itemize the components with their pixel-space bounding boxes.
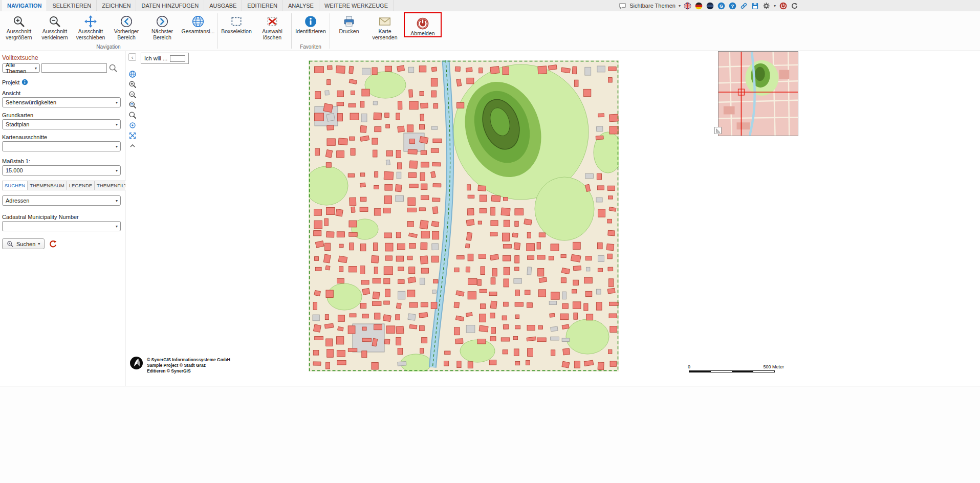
button-label: Vorheriger [114,28,139,34]
settings-chevron-down-icon[interactable]: ▾ [774,4,776,8]
button-label: Bereich [117,34,136,40]
search-submit-row: Suchen ▾ [2,238,125,249]
logout-highlight-box: Abmelden [404,12,442,37]
search-field-select[interactable]: ▾ [2,221,121,231]
field-label-massstab: Maßstab 1: [2,158,125,164]
menu-tab-ausgabe[interactable]: AUSGABE [204,0,242,11]
send-map-button[interactable]: Karte versenden [367,11,403,40]
menu-tab-editieren[interactable]: EDITIEREN [242,0,283,11]
toolbar-group-navigation: Ausschnitt vergrößern Ausschnitt verklei… [1,11,216,51]
zoom-in-icon[interactable] [128,80,137,89]
link-icon[interactable] [740,2,748,10]
zoom-last-icon[interactable] [128,111,137,120]
fulltext-search-input[interactable] [41,63,107,73]
zoom-box-icon[interactable] [128,100,137,109]
reset-search-icon[interactable] [49,239,58,249]
scalebar-bar [689,370,775,372]
tab-themenbaum[interactable]: THEMENBAUM [28,181,67,190]
full-extent-globe-icon[interactable] [128,70,137,79]
button-label: Drucken [339,28,359,34]
i-want-to-label: Ich will ... [144,55,167,61]
collapse-up-icon[interactable] [128,141,137,150]
help-icon[interactable]: ? [729,2,737,10]
logout-power-icon[interactable] [779,2,787,10]
box-selection-button[interactable]: Boxselektion [219,11,254,34]
svg-text:G: G [720,3,724,8]
overview-resize-handle[interactable] [714,127,722,134]
button-label: Ausschnitt [7,28,31,34]
box-selection-icon [230,14,244,28]
search-submit-button[interactable]: Suchen ▾ [2,238,45,249]
chevron-down-icon: ▾ [116,100,118,105]
center-point-icon[interactable] [128,121,137,130]
menu-tab-weitere-werkzeuge[interactable]: WEITERE WERKZEUGE [319,0,394,11]
button-label: vergrößern [6,34,32,40]
settings-gear-icon[interactable] [763,2,771,10]
scalebar-zero-label: 0 [688,364,690,369]
toolbar-separator [217,13,217,49]
fulltext-search-label[interactable]: Volltextsuche [2,54,125,61]
grundkarten-select[interactable]: Stadtplan ▾ [2,119,121,129]
map-viewport[interactable]: ‹ [125,51,980,386]
search-category-value: Adressen [6,197,29,204]
previous-extent-button[interactable]: Vorheriger Bereich [108,11,144,40]
globe-g-icon[interactable]: G [717,2,726,10]
search-icon[interactable] [108,63,118,73]
massstab-select[interactable]: 15.000 ▾ [2,165,121,175]
ansicht-select[interactable]: Sehenswürdigkeiten ▾ [2,97,121,107]
info-icon[interactable] [21,79,28,85]
fulltext-scope-select[interactable]: Alle Themen ▾ [2,63,40,73]
next-extent-button[interactable]: Nächster Bereich [144,11,180,40]
scalebar-segment [732,371,753,372]
save-icon[interactable] [751,2,759,10]
project-row: Projekt [2,79,125,85]
german-flag-icon[interactable] [695,2,703,10]
zoom-out-icon[interactable] [128,90,137,99]
i-want-to-box[interactable]: Ich will ... [141,53,189,64]
group-label-navigation: Navigation [1,44,216,50]
sidebar-collapse-button[interactable]: ‹ [128,53,136,61]
expand-arrows-icon[interactable] [128,131,137,140]
menu-tab-navigation[interactable]: NAVIGATION [2,0,47,11]
zoom-in-button[interactable]: Ausschnitt vergrößern [1,11,37,40]
menu-tab-analyse[interactable]: ANALYSE [283,0,319,11]
field-label-grundkarten: Grundkarten [2,112,125,118]
menu-tab-selektieren[interactable]: SELEKTIEREN [47,0,97,11]
history-refresh-icon[interactable] [790,2,798,10]
button-label: Nächster [151,28,173,34]
kartenausschnitte-select[interactable]: ▾ [2,141,121,151]
next-extent-icon [156,14,169,28]
logout-button[interactable]: Abmelden [405,13,441,36]
clear-selection-button[interactable]: Auswahl löschen [254,11,290,40]
print-button[interactable]: Drucken [331,11,367,34]
chevron-down-icon: ▾ [116,168,118,173]
tab-suchen[interactable]: SUCHEN [2,181,28,190]
field-label-ansicht: Ansicht [2,90,125,96]
identify-button[interactable]: Identifizieren [293,11,329,34]
menu-tab-zeichnen[interactable]: ZEICHNEN [97,0,136,11]
toolbar-group-output: Drucken Karte versenden [331,11,443,51]
content-row: Volltextsuche Alle Themen ▾ Projekt [0,51,980,386]
comment-bubble-icon[interactable] [618,2,626,10]
toolbar: Ausschnitt vergrößern Ausschnitt verklei… [0,11,980,51]
chevron-down-icon: ▾ [35,66,37,71]
corner-triangle-icon [715,127,721,134]
uk-flag-icon[interactable] [684,2,692,10]
zoom-out-button[interactable]: Ausschnitt verkleinern [37,11,73,40]
visible-themes-label[interactable]: Sichtbare Themen [629,3,676,9]
full-extent-button[interactable]: Gesamtansi... [180,11,216,34]
chevron-left-icon: ‹ [132,54,134,60]
chevron-down-icon[interactable]: ▾ [679,4,681,8]
pan-button[interactable]: Ausschnitt verschieben [73,11,108,40]
city-map-image[interactable] [309,60,619,371]
i-want-to-input[interactable] [170,55,185,62]
tab-legende[interactable]: LEGENDE [67,181,95,190]
menu-tab-daten-hinzufuegen[interactable]: DATEN HINZUFÜGEN [136,0,204,11]
overview-map[interactable] [718,51,798,136]
fulltext-search-row: Alle Themen ▾ [2,63,125,73]
credit-line: © SynerGIS Informationssysteme GmbH [147,357,230,363]
group-label-favoriten: Favoriten [293,44,329,50]
button-label: Bereich [153,34,171,40]
search-category-select[interactable]: Adressen ▾ [2,195,121,206]
dark-flag-icon[interactable] [706,2,714,10]
